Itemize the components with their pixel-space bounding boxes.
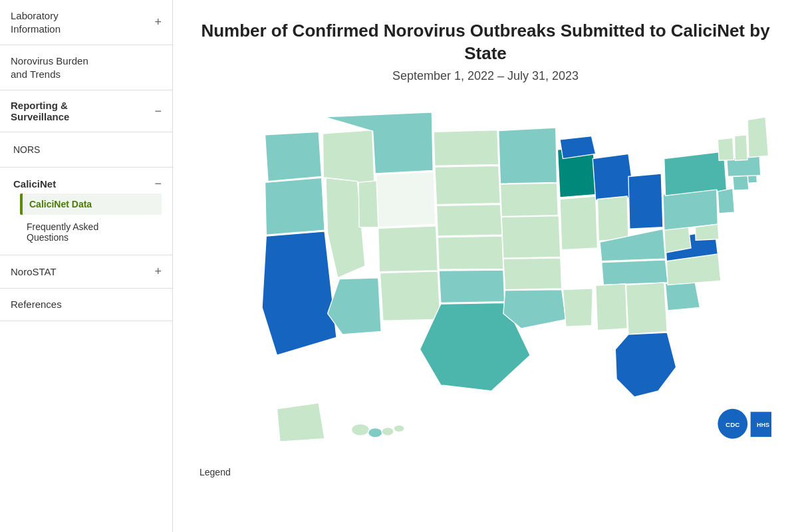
- sidebar-item-calicinet-data[interactable]: CaliciNet Data: [20, 194, 162, 215]
- state-GA: [626, 283, 667, 334]
- sidebar-label-calicinet: CaliciNet: [13, 178, 56, 190]
- state-MN: [499, 128, 557, 184]
- state-MD: [695, 224, 719, 240]
- state-NM: [380, 271, 440, 320]
- state-NE: [437, 204, 503, 235]
- state-OR: [265, 178, 325, 235]
- state-NY: [664, 151, 727, 195]
- sidebar-sub-calicinet-container: CaliciNet − CaliciNet Data Frequently As…: [0, 168, 172, 255]
- sidebar-item-norovirus-burden[interactable]: Norovirus Burdenand Trends: [0, 45, 172, 90]
- state-UT: [358, 180, 378, 227]
- sidebar-label-faq: Frequently AskedQuestions: [27, 221, 98, 243]
- sidebar-item-faq[interactable]: Frequently AskedQuestions: [27, 215, 162, 248]
- sidebar-label-laboratory-information: LaboratoryInformation: [11, 9, 61, 35]
- sidebar-item-laboratory-information[interactable]: LaboratoryInformation +: [0, 0, 172, 45]
- us-choropleth-map: .state { stroke: #fff; stroke-width: 1.5…: [200, 99, 771, 457]
- state-AL: [596, 283, 627, 330]
- sidebar-item-calicinet[interactable]: CaliciNet −: [13, 174, 162, 194]
- map-date-range: September 1, 2022 – July 31, 2023: [200, 69, 771, 83]
- sidebar-sub-nors-container: NORS: [0, 132, 172, 168]
- state-OK: [439, 270, 505, 303]
- state-AK: [277, 402, 325, 441]
- state-NH: [734, 134, 747, 160]
- sidebar-icon-calicinet: −: [154, 177, 162, 191]
- sidebar-item-norostat[interactable]: NoroSTAT +: [0, 255, 172, 289]
- sidebar-label-nors: NORS: [13, 144, 40, 155]
- state-IN: [597, 196, 628, 241]
- state-NJ: [718, 188, 734, 213]
- state-CA: [262, 231, 336, 354]
- page-title: Number of Confirmed Norovirus Outbreaks …: [200, 20, 771, 65]
- state-HI-4: [394, 425, 404, 432]
- sidebar-icon-norostat: +: [154, 265, 162, 279]
- sidebar-label-reporting-surveillance: Reporting &Surveillance: [11, 100, 69, 122]
- sidebar-item-references[interactable]: References: [0, 289, 172, 321]
- state-WY: [376, 172, 436, 227]
- state-CT: [733, 175, 749, 190]
- state-WA: [265, 132, 322, 181]
- cdc-logo-text: CDC: [726, 420, 739, 428]
- state-ND: [434, 130, 499, 166]
- sidebar-label-calicinet-data: CaliciNet Data: [29, 199, 92, 209]
- sidebar-item-reporting-surveillance[interactable]: Reporting &Surveillance −: [0, 90, 172, 132]
- sidebar-label-norostat: NoroSTAT: [11, 265, 57, 279]
- state-VT: [718, 138, 733, 160]
- state-IL: [560, 196, 597, 250]
- state-SD: [435, 166, 501, 204]
- main-content: Number of Confirmed Norovirus Outbreaks …: [173, 0, 798, 532]
- state-IA: [500, 183, 558, 216]
- us-map-container: .state { stroke: #fff; stroke-width: 1.5…: [200, 99, 771, 478]
- state-AR: [503, 258, 562, 289]
- state-HI-3: [382, 427, 394, 436]
- sidebar: LaboratoryInformation + Norovirus Burden…: [0, 0, 173, 532]
- state-CO: [378, 225, 438, 271]
- state-HI-1: [351, 424, 369, 436]
- state-ME: [747, 116, 768, 157]
- sidebar-icon-reporting-surveillance: −: [154, 104, 162, 118]
- sidebar-icon-laboratory-information: +: [154, 15, 162, 29]
- state-FL: [615, 332, 676, 397]
- sidebar-calicinet-children: CaliciNet Data Frequently AskedQuestions: [13, 194, 162, 248]
- sidebar-label-norovirus-burden: Norovirus Burdenand Trends: [11, 55, 88, 80]
- state-OH: [628, 174, 663, 229]
- state-MS: [563, 288, 593, 326]
- legend-label: Legend: [200, 467, 771, 477]
- sidebar-label-references: References: [11, 298, 62, 311]
- state-KS: [438, 236, 503, 269]
- state-HI-2: [368, 428, 383, 437]
- state-TN: [602, 259, 668, 285]
- hhs-logo-text: HHS: [757, 421, 769, 428]
- state-MO: [501, 215, 561, 258]
- sidebar-item-nors[interactable]: NORS: [13, 139, 162, 160]
